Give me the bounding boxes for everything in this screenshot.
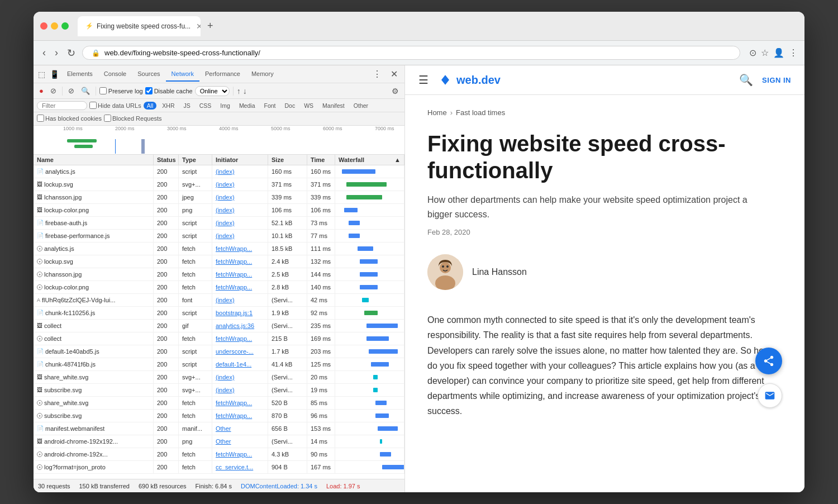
initiator-link[interactable]: analytics.js:36 (216, 322, 254, 329)
filter-js[interactable]: JS (180, 102, 194, 110)
close-devtools-icon[interactable]: ✕ (386, 66, 402, 82)
web-logo[interactable]: web.dev (437, 72, 501, 88)
table-row[interactable]: ●log?format=json_proto200fetchcc_service… (34, 461, 404, 474)
initiator-link[interactable]: fetchWrapp... (216, 400, 252, 406)
back-button[interactable]: ‹ (40, 45, 48, 61)
upload-icon[interactable]: ↑ (237, 87, 241, 96)
initiator-link[interactable]: underscore-... (216, 348, 254, 355)
hide-data-urls-checkbox[interactable] (89, 102, 97, 109)
table-row[interactable]: 📄firebase-auth.js200script(index)52.1 kB… (34, 217, 404, 230)
filter-font[interactable]: Font (260, 102, 279, 110)
initiator-link[interactable]: (index) (216, 207, 235, 213)
sort-icon[interactable]: ▲ (394, 156, 401, 163)
search-button[interactable]: 🔍 (79, 85, 92, 96)
new-tab-button[interactable]: + (203, 18, 218, 34)
initiator-link[interactable]: (index) (216, 181, 235, 188)
close-button[interactable] (40, 22, 47, 30)
devtools-device-icon[interactable]: 📱 (47, 68, 61, 81)
table-row[interactable]: ●android-chrome-192x...200fetchfetchWrap… (34, 448, 404, 461)
initiator-link[interactable]: (index) (216, 297, 235, 303)
maximize-button[interactable] (61, 22, 69, 30)
filter-ws[interactable]: WS (301, 102, 317, 110)
profile-icon[interactable]: 👤 (773, 47, 784, 58)
tab-performance[interactable]: Performance (199, 67, 246, 82)
filter-img[interactable]: Img (217, 102, 234, 110)
breadcrumb-home[interactable]: Home (427, 108, 447, 117)
initiator-link[interactable]: (index) (216, 374, 235, 381)
clear-button[interactable]: ⊘ (48, 85, 59, 96)
table-row[interactable]: 🖼lchansson.jpg200jpeg(index)339 ms339 ms (34, 191, 404, 204)
settings-icon[interactable]: ⚙ (389, 84, 401, 98)
record-button[interactable]: ● (37, 85, 46, 96)
filter-other[interactable]: Other (350, 102, 372, 110)
search-icon[interactable]: 🔍 (739, 73, 753, 87)
initiator-link[interactable]: (index) (216, 194, 235, 201)
table-row[interactable]: ●subscribe.svg200fetchfetchWrapp...870 B… (34, 410, 404, 422)
tab-elements[interactable]: Elements (61, 67, 98, 82)
table-row[interactable]: 📄chunk-fc110256.js200scriptbootstrap.js:… (34, 307, 404, 320)
address-bar[interactable]: 🔒 web.dev/fixing-website-speed-cross-fun… (82, 46, 740, 60)
devtools-inspect-icon[interactable]: ⬚ (36, 68, 47, 81)
table-row[interactable]: 📄default-1e40abd5.js200scriptunderscore-… (34, 345, 404, 358)
filter-all[interactable]: All (144, 102, 157, 110)
table-row[interactable]: 📄manifest.webmanifest200manif...Other656… (34, 422, 404, 435)
filter-media[interactable]: Media (236, 102, 259, 110)
table-row[interactable]: ●lockup.svg200fetchfetchWrapp...2.4 kB13… (34, 255, 404, 268)
table-row[interactable]: 🖼lockup.svg200svg+...(index)371 ms371 ms (34, 178, 404, 191)
table-row[interactable]: 🖼lockup-color.png200png(index)106 ms106 … (34, 204, 404, 217)
menu-icon[interactable]: ⋮ (789, 47, 798, 58)
initiator-link[interactable]: fetchWrapp... (216, 412, 252, 419)
minimize-button[interactable] (51, 22, 58, 30)
filter-manifest[interactable]: Manifest (319, 102, 348, 110)
reload-button[interactable]: ↻ (65, 45, 78, 61)
initiator-link[interactable]: (index) (216, 387, 235, 393)
table-row[interactable]: ●lockup-color.png200fetchfetchWrapp...2.… (34, 281, 404, 294)
blocked-requests-checkbox[interactable] (104, 115, 111, 122)
table-row[interactable]: ●analytics.js200fetchfetchWrapp...18.5 k… (34, 243, 404, 255)
table-row[interactable]: 🖼share_white.svg200svg+...(index)(Servi.… (34, 371, 404, 384)
initiator-link[interactable]: Other (216, 438, 231, 445)
hamburger-icon[interactable]: ☰ (418, 73, 428, 87)
tab-sources[interactable]: Sources (132, 67, 165, 82)
filter-input[interactable] (37, 101, 87, 110)
tab-memory[interactable]: Memory (246, 67, 279, 82)
initiator-link[interactable]: (index) (216, 232, 235, 239)
forward-button[interactable]: › (53, 45, 60, 61)
has-blocked-cookies-checkbox[interactable] (37, 115, 44, 122)
active-tab[interactable]: ⚡ Fixing website speed cross-fu... ✕ (78, 16, 201, 36)
download-icon[interactable]: ↓ (243, 87, 247, 96)
filter-css[interactable]: CSS (196, 102, 215, 110)
initiator-link[interactable]: (index) (216, 168, 235, 175)
initiator-link[interactable]: Other (216, 425, 231, 432)
more-tabs-icon[interactable]: ⋮ (368, 66, 386, 82)
filter-button[interactable]: ⊘ (66, 85, 77, 96)
email-fab-button[interactable] (758, 383, 782, 408)
filter-doc[interactable]: Doc (282, 102, 299, 110)
initiator-link[interactable]: cc_service.t... (216, 464, 253, 470)
table-row[interactable]: 📄firebase-performance.js200script(index)… (34, 230, 404, 243)
table-row[interactable]: 📄chunk-48741f6b.js200scriptdefault-1e4..… (34, 358, 404, 371)
share-fab-button[interactable] (755, 348, 782, 374)
table-row[interactable]: 🖼collect200gifanalytics.js:36(Servi...23… (34, 320, 404, 332)
table-row[interactable]: ●collect200fetchfetchWrapp...215 B169 ms (34, 332, 404, 345)
table-row[interactable]: ●share_white.svg200fetchfetchWrapp...520… (34, 397, 404, 410)
initiator-link[interactable]: bootstrap.js:1 (216, 310, 253, 316)
filter-xhr[interactable]: XHR (159, 102, 178, 110)
initiator-link[interactable]: (index) (216, 220, 235, 226)
initiator-link[interactable]: default-1e4... (216, 361, 251, 368)
initiator-link[interactable]: fetchWrapp... (216, 335, 252, 342)
tab-console[interactable]: Console (98, 67, 132, 82)
preserve-log-checkbox[interactable] (99, 87, 107, 94)
initiator-link[interactable]: fetchWrapp... (216, 284, 252, 291)
sign-in-button[interactable]: SIGN IN (762, 76, 791, 84)
table-row[interactable]: 🖼android-chrome-192x192...200pngOther(Se… (34, 435, 404, 448)
tab-network[interactable]: Network (166, 67, 199, 82)
initiator-link[interactable]: fetchWrapp... (216, 451, 252, 458)
initiator-link[interactable]: fetchWrapp... (216, 245, 252, 252)
initiator-link[interactable]: fetchWrapp... (216, 271, 252, 278)
table-row[interactable]: AflUhRq6tzZclQEJ-Vdg-lui...200font(index… (34, 294, 404, 307)
disable-cache-checkbox[interactable] (145, 87, 153, 94)
throttle-select[interactable]: Online (195, 86, 230, 96)
table-row[interactable]: 📄analytics.js200script(index)160 ms160 m… (34, 165, 404, 178)
table-row[interactable]: 🖼subscribe.svg200svg+...(index)(Servi...… (34, 384, 404, 397)
